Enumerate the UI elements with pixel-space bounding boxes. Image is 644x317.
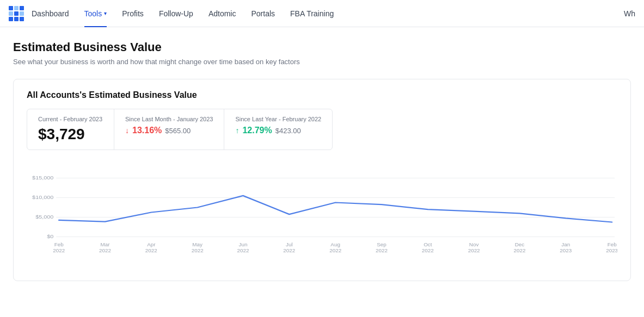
nav-items: Dashboard Tools ▾ Profits Follow-Up Adto… [24, 0, 341, 27]
svg-text:$5,000: $5,000 [35, 214, 53, 220]
svg-text:$15,000: $15,000 [32, 175, 53, 181]
svg-text:2022: 2022 [192, 248, 204, 253]
svg-text:$10,000: $10,000 [32, 195, 53, 200]
metric-lastmonth-label: Since Last Month - January 2023 [125, 116, 213, 122]
svg-text:2022: 2022 [53, 248, 65, 253]
nav-portals[interactable]: Portals [243, 0, 283, 27]
svg-text:Feb: Feb [54, 242, 64, 247]
nav-tools[interactable]: Tools ▾ [77, 0, 115, 27]
svg-text:2022: 2022 [145, 248, 157, 253]
svg-text:Dec: Dec [515, 242, 525, 247]
metric-current-value: $3,729 [38, 126, 103, 143]
metric-lastyear-change: ↑ 12.79% $423.00 [235, 126, 321, 135]
metric-lastyear: Since Last Year - February 2022 ↑ 12.79%… [224, 109, 332, 150]
metric-lastyear-pct: 12.79% [242, 126, 272, 135]
svg-text:2022: 2022 [99, 248, 111, 253]
svg-text:Apr: Apr [147, 242, 155, 247]
nav-user[interactable]: Wh [624, 9, 635, 18]
svg-text:Jun: Jun [239, 242, 248, 247]
metric-lastmonth-change: ↓ 13.16% $565.00 [125, 126, 213, 135]
svg-text:2022: 2022 [422, 248, 434, 253]
chart-container: $15,000 $10,000 $5,000 $0 Feb 2022 Mar 2… [27, 161, 617, 281]
svg-text:Oct: Oct [424, 242, 432, 247]
metrics-row: Current - February 2023 $3,729 Since Las… [27, 109, 333, 150]
metric-lastyear-label: Since Last Year - February 2022 [235, 116, 321, 122]
page-title: Estimated Business Value [13, 40, 631, 54]
svg-text:2022: 2022 [237, 248, 249, 253]
nav-dashboard[interactable]: Dashboard [24, 0, 77, 27]
page-subtitle: See what your business is worth and how … [13, 58, 631, 66]
svg-text:Aug: Aug [330, 242, 340, 247]
svg-text:2022: 2022 [468, 248, 480, 253]
business-value-card: All Accounts's Estimated Business Value … [13, 79, 631, 281]
business-value-chart: $15,000 $10,000 $5,000 $0 Feb 2022 Mar 2… [27, 161, 617, 259]
nav-adtomic[interactable]: Adtomic [201, 0, 244, 27]
svg-text:2022: 2022 [376, 248, 388, 253]
svg-text:2022: 2022 [514, 248, 526, 253]
metric-lastmonth-pct: 13.16% [132, 126, 162, 135]
svg-text:Mar: Mar [101, 242, 110, 247]
svg-text:Sep: Sep [377, 242, 387, 247]
metric-current: Current - February 2023 $3,729 [27, 109, 114, 150]
nav-followup[interactable]: Follow-Up [151, 0, 201, 27]
svg-text:2022: 2022 [329, 248, 341, 253]
metric-lastyear-amount: $423.00 [275, 127, 301, 135]
svg-text:2023: 2023 [560, 248, 572, 253]
svg-text:2023: 2023 [606, 248, 617, 253]
svg-text:Nov: Nov [469, 242, 479, 247]
nav-fbatraining[interactable]: FBA Training [283, 0, 341, 27]
metric-lastmonth-amount: $565.00 [165, 127, 191, 135]
arrow-up-icon: ↑ [235, 126, 239, 135]
card-title: All Accounts's Estimated Business Value [27, 90, 617, 100]
svg-text:Feb: Feb [608, 242, 617, 247]
svg-text:Jul: Jul [286, 242, 293, 247]
svg-text:2022: 2022 [283, 248, 295, 253]
navigation: Dashboard Tools ▾ Profits Follow-Up Adto… [0, 0, 644, 27]
app-logo[interactable] [9, 6, 24, 21]
svg-text:Jan: Jan [561, 242, 570, 247]
arrow-down-icon: ↓ [125, 126, 129, 135]
page-content: Estimated Business Value See what your b… [0, 27, 644, 281]
chevron-down-icon: ▾ [104, 10, 107, 16]
metric-lastmonth: Since Last Month - January 2023 ↓ 13.16%… [114, 109, 224, 150]
svg-text:May: May [192, 242, 203, 247]
metric-current-label: Current - February 2023 [38, 116, 103, 122]
nav-profits[interactable]: Profits [114, 0, 151, 27]
svg-text:$0: $0 [47, 234, 53, 239]
